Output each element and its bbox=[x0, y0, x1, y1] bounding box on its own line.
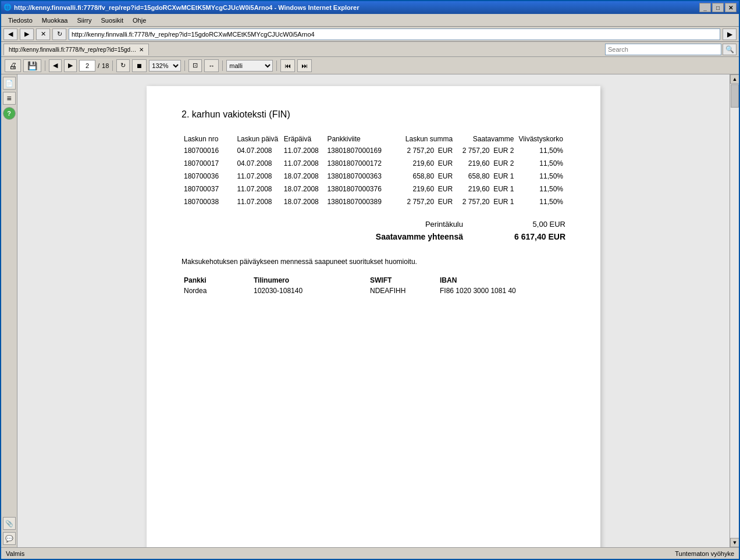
summary-area: Perintäkulu 5,00 EUR Saatavamme yhteensä… bbox=[182, 220, 565, 241]
save-button[interactable]: 💾 bbox=[23, 59, 41, 72]
menu-ohje[interactable]: Ohje bbox=[128, 16, 151, 25]
maximize-button[interactable]: □ bbox=[712, 3, 724, 12]
cell-korko: 11,50% bbox=[517, 183, 565, 195]
zoom-select[interactable]: 132% 100% 75% 50% bbox=[149, 60, 181, 72]
print-button[interactable]: 🖨 bbox=[5, 59, 21, 72]
title-bar: 🌐 http://kenny.finnvalli.fi:7778/fv_rep/… bbox=[1, 1, 739, 14]
cell-korko: 11,50% bbox=[517, 144, 565, 157]
fav-tab-label: http://kenny.finnvalli.fi:7778/fv_rep/re… bbox=[9, 47, 137, 53]
main-area: 📄 ≡ ? 📎 💬 2. karhun vakioteksti (FIN) bbox=[1, 74, 739, 547]
bank-col-swift: SWIFT bbox=[368, 275, 437, 286]
sidebar-comment-btn[interactable]: 💬 bbox=[3, 532, 16, 545]
address-input[interactable] bbox=[69, 28, 720, 40]
cell-nro: 180700038 bbox=[182, 195, 234, 208]
cell-viite: 13801807000363 bbox=[325, 170, 393, 183]
menu-siirry[interactable]: Siirry bbox=[72, 16, 96, 25]
sidebar: 📄 ≡ ? 📎 💬 bbox=[1, 74, 17, 547]
cell-saatavamme: 2 757,20 EUR 2 bbox=[455, 144, 516, 157]
bank-col-iban: IBAN bbox=[437, 275, 565, 286]
fit-page-button[interactable]: ⊡ bbox=[188, 59, 202, 72]
cell-erapaiva: 18.07.2008 bbox=[282, 195, 325, 208]
cell-nro: 180700016 bbox=[182, 144, 234, 157]
cell-nro: 180700037 bbox=[182, 183, 234, 195]
cell-paiva: 11.07.2008 bbox=[234, 183, 281, 195]
favorites-tab[interactable]: http://kenny.finnvalli.fi:7778/fv_rep/re… bbox=[3, 44, 149, 55]
ie-icon: 🌐 bbox=[3, 3, 12, 12]
first-record-button[interactable]: ⏮ bbox=[280, 59, 295, 72]
col-header-saatavamme: Saatavamme bbox=[455, 134, 516, 144]
close-button[interactable]: ✕ bbox=[725, 3, 737, 12]
fav-tab-close-icon[interactable]: ✕ bbox=[139, 47, 144, 53]
bank-col-pankki: Pankki bbox=[182, 275, 251, 286]
cell-saatavamme: 219,60 EUR 1 bbox=[455, 183, 516, 195]
cell-paiva: 04.07.2008 bbox=[234, 144, 281, 157]
go-button[interactable]: ▶ bbox=[723, 28, 737, 40]
report-toolbar: 🖨 💾 ◀ ▶ / 18 ↻ ⏹ 132% 100% 75% 50% ⊡ ↔ m… bbox=[1, 57, 739, 74]
scroll-down-button[interactable]: ▼ bbox=[730, 538, 739, 547]
col-header-summa: Laskun summa bbox=[393, 134, 455, 144]
bank-cell-pankki: Nordea bbox=[182, 286, 251, 296]
bank-cell-swift: NDEAFIHH bbox=[368, 286, 437, 296]
menu-muokkaa[interactable]: Muokkaa bbox=[37, 16, 73, 25]
page-number-input[interactable] bbox=[79, 60, 95, 72]
total-label: Saatavamme yhteensä bbox=[356, 232, 472, 241]
fit-width-button[interactable]: ↔ bbox=[204, 59, 219, 72]
sidebar-toc-btn[interactable]: ≡ bbox=[3, 92, 16, 105]
forward-button[interactable]: ▶ bbox=[20, 28, 34, 40]
sidebar-bottom: 📎 💬 bbox=[3, 517, 16, 545]
sidebar-help-btn[interactable]: ? bbox=[3, 107, 16, 120]
sidebar-attachment-btn[interactable]: 📎 bbox=[3, 517, 16, 530]
cell-erapaiva: 11.07.2008 bbox=[282, 144, 325, 157]
notice-text: Maksukehotuksen päiväykseen mennessä saa… bbox=[182, 258, 565, 266]
total-row: Saatavamme yhteensä 6 617,40 EUR bbox=[182, 232, 565, 241]
perintakulu-row: Perintäkulu 5,00 EUR bbox=[182, 220, 565, 229]
bank-table: Pankki Tilinumero SWIFT IBAN Nordea 1020… bbox=[182, 275, 565, 296]
invoice-row: 180700036 11.07.2008 18.07.2008 13801807… bbox=[182, 170, 565, 183]
invoice-row: 180700017 04.07.2008 11.07.2008 13801807… bbox=[182, 157, 565, 170]
menu-tiedosto[interactable]: Tiedosto bbox=[3, 16, 37, 25]
toolbar-separator-4 bbox=[222, 60, 223, 71]
cell-korko: 11,50% bbox=[517, 195, 565, 208]
bank-col-tilinumero: Tilinumero bbox=[251, 275, 368, 286]
invoice-row: 180700037 11.07.2008 18.07.2008 13801807… bbox=[182, 183, 565, 195]
refresh-report-button[interactable]: ↻ bbox=[116, 59, 130, 72]
minimize-button[interactable]: _ bbox=[699, 3, 711, 12]
menu-suosikit[interactable]: Suosikit bbox=[97, 16, 129, 25]
cell-erapaiva: 18.07.2008 bbox=[282, 170, 325, 183]
next-page-button[interactable]: ▶ bbox=[64, 59, 77, 72]
stop-button[interactable]: ✕ bbox=[36, 28, 50, 40]
status-zone: Tuntematon vyöhyke bbox=[675, 550, 734, 557]
doc-page-title: 2. karhun vakioteksti (FIN) bbox=[182, 109, 565, 120]
cell-viite: 13801807000389 bbox=[325, 195, 393, 208]
sidebar-page-btn[interactable]: 📄 bbox=[3, 77, 16, 90]
content-wrapper: 2. karhun vakioteksti (FIN) Laskun nro L… bbox=[17, 74, 739, 547]
scroll-track bbox=[730, 84, 739, 538]
cell-korko: 11,50% bbox=[517, 170, 565, 183]
toolbar-separator-3 bbox=[184, 60, 185, 71]
cell-paiva: 04.07.2008 bbox=[234, 157, 281, 170]
col-header-pankkiviite: Pankkiviite bbox=[325, 134, 393, 144]
search-area: 🔍 bbox=[605, 44, 737, 55]
cell-paiva: 11.07.2008 bbox=[234, 170, 281, 183]
bank-row: Nordea 102030-108140 NDEAFIHH FI86 1020 … bbox=[182, 286, 565, 296]
bank-cell-tilinumero: 102030-108140 bbox=[251, 286, 368, 296]
toolbar-separator-5 bbox=[276, 60, 277, 71]
search-button[interactable]: 🔍 bbox=[723, 44, 737, 55]
stop-report-button[interactable]: ⏹ bbox=[132, 59, 147, 72]
cell-saatavamme: 658,80 EUR 1 bbox=[455, 170, 516, 183]
cell-summa: 2 757,20 EUR bbox=[393, 195, 455, 208]
back-button[interactable]: ◀ bbox=[3, 28, 17, 40]
scroll-up-button[interactable]: ▲ bbox=[730, 74, 739, 84]
search-input[interactable] bbox=[605, 44, 721, 55]
cell-korko: 11,50% bbox=[517, 157, 565, 170]
col-header-laskun-nro: Laskun nro bbox=[182, 134, 234, 144]
window-frame: 🌐 http://kenny.finnvalli.fi:7778/fv_rep/… bbox=[0, 0, 740, 560]
invoice-row: 180700038 11.07.2008 18.07.2008 13801807… bbox=[182, 195, 565, 208]
scroll-thumb[interactable] bbox=[731, 84, 739, 108]
col-header-erapaiva: Eräpäivä bbox=[282, 134, 325, 144]
prev-page-button[interactable]: ◀ bbox=[49, 59, 62, 72]
template-select[interactable]: malli bbox=[226, 60, 273, 72]
refresh-button[interactable]: ↻ bbox=[52, 28, 66, 40]
favorites-bar: http://kenny.finnvalli.fi:7778/fv_rep/re… bbox=[1, 42, 739, 57]
last-record-button[interactable]: ⏭ bbox=[297, 59, 312, 72]
